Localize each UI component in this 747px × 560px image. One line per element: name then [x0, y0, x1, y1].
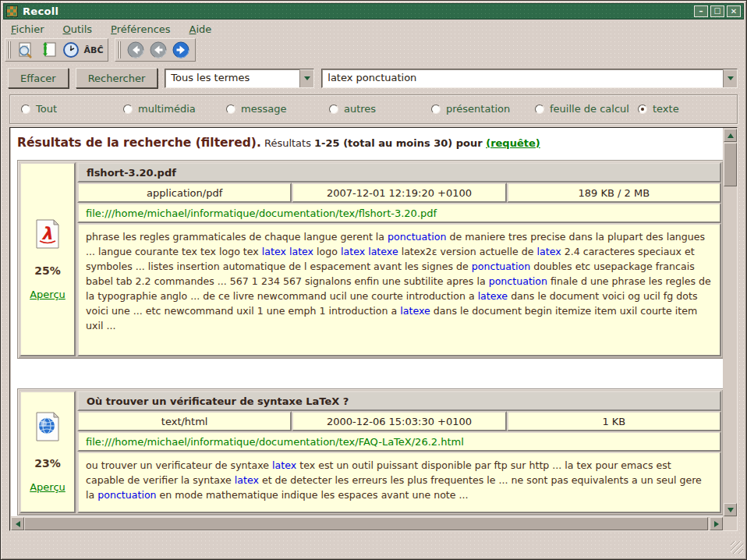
- previous-page-icon[interactable]: [148, 40, 168, 60]
- menu-outils[interactable]: Outils: [63, 23, 93, 35]
- highlighted-term: ponctuation: [489, 275, 547, 287]
- radio-icon[interactable]: [638, 105, 647, 114]
- filter-label: message: [241, 103, 286, 115]
- result-size: 189 KB / 2 MB: [507, 183, 721, 203]
- search-query-combobox[interactable]: latex ponctuation: [321, 69, 738, 88]
- result-title: flshort-3.20.pdf: [77, 162, 721, 183]
- pdf-file-icon[interactable]: λ: [34, 218, 62, 253]
- highlighted-term: ponctuation: [97, 489, 156, 501]
- result-url-row: file:///home/michael/informatique/docume…: [77, 203, 721, 223]
- html-file-icon[interactable]: [34, 411, 62, 445]
- result-size: 1 KB: [507, 411, 721, 431]
- menu-fichier[interactable]: Fichier: [11, 23, 44, 35]
- toolbar-grip[interactable]: [117, 41, 122, 58]
- results-title: Résultats de la recherche (filtered).: [17, 136, 261, 150]
- results-frame: Résultats de la recherche (filtered). Ré…: [9, 127, 738, 531]
- query-link[interactable]: (requête): [486, 137, 540, 149]
- clear-button[interactable]: Effacer: [8, 68, 69, 88]
- relevance-percent: 25%: [34, 264, 61, 277]
- filter-label: autres: [344, 103, 376, 115]
- result-snippet: phrase les regles grammaticales de chaqu…: [77, 223, 721, 356]
- result-main: flshort-3.20.pdfapplication/pdf2007-12-0…: [77, 162, 721, 356]
- preview-link[interactable]: Aperçu: [30, 289, 65, 300]
- document-preview-icon[interactable]: [16, 40, 36, 60]
- search-input[interactable]: latex ponctuation: [322, 69, 723, 87]
- result-url-link[interactable]: file:///home/michael/informatique/docume…: [86, 436, 464, 448]
- result-snippet: ou trouver un verificateur de syntaxe la…: [77, 452, 721, 513]
- scroll-down-icon[interactable]: [724, 503, 737, 516]
- recoll-window: Recoll – ☐ ✕ FichierOutilsPréférencesAid…: [0, 0, 747, 560]
- horizontal-scroll-thumb[interactable]: [24, 517, 708, 530]
- result-info-row: text/html2000-12-06 15:03:30 +01001 KB: [77, 411, 721, 431]
- menubar: FichierOutilsPréférencesAide: [3, 19, 744, 37]
- maximize-button[interactable]: ☐: [710, 5, 724, 17]
- filter-label: Tout: [36, 103, 57, 115]
- radio-icon[interactable]: [329, 105, 338, 114]
- radio-icon[interactable]: [431, 105, 441, 114]
- scroll-left-icon[interactable]: [11, 517, 24, 530]
- scroll-right-icon[interactable]: [710, 517, 723, 530]
- highlighted-term: latexe: [478, 290, 508, 302]
- scroll-up-icon[interactable]: [724, 129, 737, 142]
- chevron-down-icon[interactable]: [723, 69, 737, 87]
- search-mode-value: Tous les termes: [165, 69, 299, 87]
- filter-message[interactable]: message: [226, 103, 286, 115]
- vertical-scroll-thumb[interactable]: [724, 143, 737, 186]
- filter-feuille-de-calcul[interactable]: feuille de calcul: [535, 103, 629, 115]
- sort-parameters-icon[interactable]: [38, 40, 58, 60]
- search-row: Effacer Rechercher Tous les termes latex…: [3, 63, 744, 93]
- result-title: Où trouver un vérificateur de syntaxe La…: [77, 391, 721, 411]
- svg-text:λ: λ: [41, 224, 52, 243]
- filter-texte[interactable]: texte: [638, 103, 679, 115]
- relevance-percent: 23%: [34, 457, 61, 470]
- filter-label: texte: [653, 103, 679, 115]
- horizontal-scrollbar[interactable]: [11, 517, 723, 530]
- menu-aide[interactable]: Aide: [189, 23, 212, 35]
- radio-icon[interactable]: [535, 105, 544, 114]
- result-main: Où trouver un vérificateur de syntaxe La…: [77, 391, 721, 513]
- filter-autres[interactable]: autres: [329, 103, 376, 115]
- results-header: Résultats de la recherche (filtered). Ré…: [16, 133, 723, 150]
- mime-type: application/pdf: [77, 183, 292, 203]
- vertical-scrollbar[interactable]: [724, 128, 737, 516]
- result-item: 23%AperçuOù trouver un vérificateur de s…: [17, 388, 723, 516]
- radio-icon[interactable]: [123, 105, 133, 114]
- term-explorer-icon[interactable]: ÂBĈ: [83, 40, 104, 60]
- result-url-link[interactable]: file:///home/michael/informatique/docume…: [86, 207, 437, 219]
- highlighted-term: latex: [235, 474, 259, 486]
- highlighted-term: latexe: [400, 305, 430, 317]
- mime-type: text/html: [77, 411, 292, 431]
- filter-multimédia[interactable]: multimédia: [123, 103, 196, 115]
- highlighted-term: latex: [537, 246, 561, 257]
- result-date: 2007-12-01 12:19:20 +0100: [292, 183, 506, 203]
- highlighted-term: ponctuation: [388, 231, 446, 243]
- result-side-panel: λ25%Aperçu: [19, 162, 76, 356]
- filter-présentation[interactable]: présentation: [431, 103, 510, 115]
- preview-link[interactable]: Aperçu: [30, 481, 65, 493]
- chevron-down-icon[interactable]: [299, 69, 313, 87]
- filter-label: multimédia: [138, 103, 196, 115]
- history-clock-icon[interactable]: [61, 40, 81, 60]
- highlighted-term: latex latexe: [341, 246, 398, 257]
- category-filter-box: Toutmultimédiamessageautresprésentationf…: [9, 94, 738, 124]
- status-bar: [3, 531, 744, 555]
- toolbar-group-tools: ÂBĈ: [5, 38, 108, 62]
- search-button[interactable]: Rechercher: [76, 68, 158, 88]
- menu-preferences[interactable]: Préférences: [111, 23, 170, 35]
- next-page-icon[interactable]: [171, 40, 191, 60]
- filter-label: présentation: [446, 103, 510, 115]
- result-info-row: application/pdf2007-12-01 12:19:20 +0100…: [77, 183, 721, 203]
- filter-label: feuille de calcul: [550, 103, 629, 115]
- result-date: 2000-12-06 15:03:30 +0100: [292, 411, 506, 431]
- highlighted-term: latex: [272, 459, 296, 471]
- close-button[interactable]: ✕: [727, 5, 741, 17]
- filter-tout[interactable]: Tout: [21, 103, 57, 115]
- resize-grip[interactable]: [731, 541, 743, 554]
- first-page-icon[interactable]: [126, 40, 146, 60]
- search-mode-select[interactable]: Tous les termes: [165, 69, 314, 88]
- toolbar-grip[interactable]: [7, 41, 12, 58]
- result-side-panel: 23%Aperçu: [19, 391, 76, 513]
- radio-icon[interactable]: [226, 105, 235, 114]
- minimize-button[interactable]: –: [694, 5, 708, 17]
- radio-icon[interactable]: [21, 105, 30, 114]
